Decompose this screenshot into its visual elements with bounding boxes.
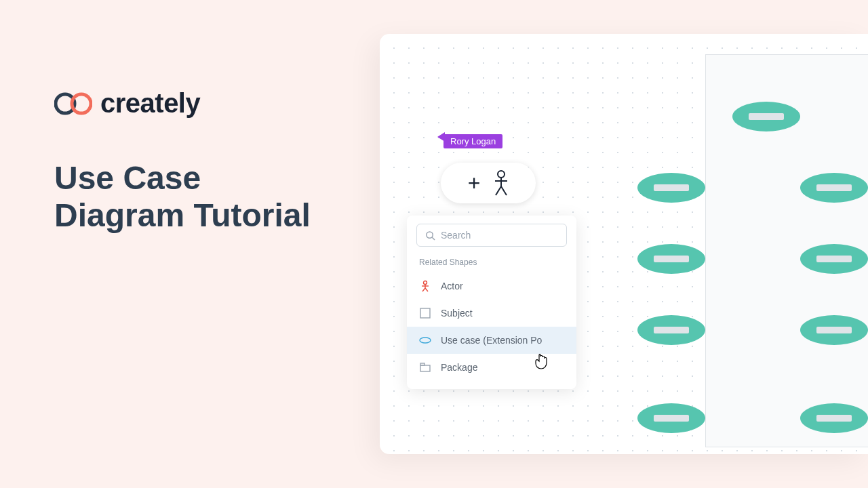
usecase-node[interactable] <box>637 315 705 345</box>
svg-line-21 <box>422 288 425 291</box>
shape-label: Use case (Extension Po <box>441 335 542 346</box>
add-shape-toolbar[interactable]: + <box>441 163 536 203</box>
usecase-node[interactable] <box>732 102 800 131</box>
search-input[interactable]: Search <box>416 224 567 247</box>
search-icon <box>425 230 435 241</box>
shape-item-actor[interactable]: Actor <box>407 272 576 300</box>
brand-name: creately <box>100 88 200 119</box>
node-label-placeholder <box>654 256 689 262</box>
svg-point-11 <box>498 171 505 178</box>
shape-item-subject[interactable]: Subject <box>407 300 576 327</box>
actor-icon[interactable] <box>494 170 509 196</box>
node-label-placeholder <box>816 256 852 262</box>
diagram-canvas[interactable]: Rory Logan + Search Related Shapes Actor… <box>380 34 868 454</box>
usecase-node[interactable] <box>637 244 705 274</box>
usecase-node[interactable] <box>637 173 705 203</box>
shape-label: Actor <box>441 281 463 291</box>
usecase-node[interactable] <box>800 173 868 203</box>
svg-line-22 <box>425 288 428 291</box>
svg-point-24 <box>420 338 431 343</box>
subject-icon <box>419 307 431 319</box>
node-label-placeholder <box>749 113 784 120</box>
usecase-node[interactable] <box>800 244 868 274</box>
pointer-hand-icon <box>534 354 548 370</box>
shape-label: Subject <box>441 308 473 319</box>
svg-rect-26 <box>420 365 430 371</box>
brand-logo: creately <box>54 88 366 119</box>
svg-point-18 <box>424 281 427 285</box>
svg-line-15 <box>501 186 507 195</box>
usecase-node[interactable] <box>800 315 868 345</box>
plus-icon[interactable]: + <box>468 171 481 196</box>
usecase-node[interactable] <box>637 403 705 433</box>
svg-rect-23 <box>420 308 430 318</box>
logo-icon <box>54 92 92 116</box>
actor-small-icon <box>419 280 431 292</box>
svg-point-16 <box>427 231 433 237</box>
panel-section-label: Related Shapes <box>407 255 576 272</box>
usecase-icon <box>419 334 431 346</box>
node-label-placeholder <box>654 327 689 333</box>
node-label-placeholder <box>654 184 689 191</box>
node-label-placeholder <box>816 184 852 191</box>
node-label-placeholder <box>816 415 852 422</box>
node-label-placeholder <box>654 415 689 422</box>
shapes-panel: Search Related Shapes Actor Subject Use … <box>407 216 576 389</box>
package-icon <box>419 361 431 373</box>
svg-line-17 <box>432 237 435 240</box>
collaborator-name: Rory Logan <box>443 134 502 148</box>
collaborator-cursor: Rory Logan <box>437 134 502 148</box>
node-label-placeholder <box>816 327 852 333</box>
search-placeholder: Search <box>441 230 471 241</box>
shape-item-package[interactable]: Package <box>407 354 576 381</box>
usecase-node[interactable] <box>800 403 868 433</box>
svg-line-14 <box>496 186 501 195</box>
shape-label: Package <box>441 362 477 373</box>
page-title: Use CaseDiagram Tutorial <box>54 159 366 234</box>
shape-item-usecase[interactable]: Use case (Extension Po <box>407 327 576 354</box>
